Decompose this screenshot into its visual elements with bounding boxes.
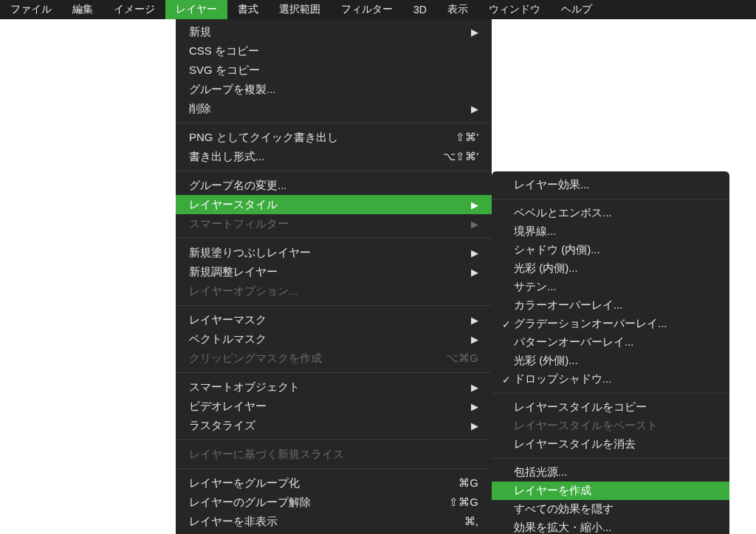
menuitem-global-light[interactable]: 包括光源... <box>492 463 729 482</box>
menu-file[interactable]: ファイル <box>0 0 62 19</box>
menuitem-copy-layer-style[interactable]: レイヤースタイルをコピー <box>492 398 729 417</box>
menuitem-export-as[interactable]: 書き出し形式... ⌥⇧⌘' <box>176 147 492 166</box>
separator <box>492 393 729 394</box>
menuitem-label: 書き出し形式... <box>189 150 431 164</box>
menuitem-label: CSS をコピー <box>189 44 478 58</box>
menu-select[interactable]: 選択範囲 <box>269 0 331 19</box>
separator <box>176 372 492 373</box>
menuitem-gradient-overlay[interactable]: ✓ グラデーションオーバーレイ... <box>492 315 729 333</box>
submenu-arrow-icon: ▶ <box>471 420 478 431</box>
menuitem-hide-layers[interactable]: レイヤーを非表示 ⌘, <box>176 512 492 531</box>
menuitem-label: レイヤーを作成 <box>514 484 716 498</box>
menuitem-new-slice-from-layer: レイヤーに基づく新規スライス <box>176 445 492 464</box>
submenu-arrow-icon: ▶ <box>471 401 478 412</box>
menuitem-label: ベベルとエンボス... <box>514 206 716 220</box>
menuitem-bevel-emboss[interactable]: ベベルとエンボス... <box>492 204 729 222</box>
menu-type[interactable]: 書式 <box>227 0 269 19</box>
menuitem-color-overlay[interactable]: カラーオーバーレイ... <box>492 296 729 315</box>
shortcut: ⇧⌘' <box>456 131 478 144</box>
menuitem-label: 光彩 (外側)... <box>514 354 716 368</box>
menuitem-delete[interactable]: 削除 ▶ <box>176 99 492 118</box>
menuitem-label: ドロップシャドウ... <box>514 372 716 386</box>
menuitem-hide-all-effects[interactable]: すべての効果を隠す <box>492 500 729 518</box>
separator <box>176 305 492 306</box>
menuitem-label: レイヤーを非表示 <box>189 515 453 529</box>
separator <box>176 171 492 171</box>
menuitem-outer-glow[interactable]: 光彩 (外側)... <box>492 352 729 370</box>
shortcut: ⌥⇧⌘' <box>443 150 478 163</box>
submenu-arrow-icon: ▶ <box>471 103 478 114</box>
menuitem-stroke[interactable]: 境界線... <box>492 222 729 241</box>
menu-edit[interactable]: 編集 <box>62 0 103 19</box>
menuitem-label: レイヤーをグループ化 <box>189 476 447 490</box>
menuitem-label: 新規調整レイヤー <box>189 265 478 279</box>
menu-image[interactable]: イメージ <box>103 0 165 19</box>
menuitem-rename-group[interactable]: グループ名の変更... <box>176 176 492 195</box>
menuitem-create-clipping-mask: クリッピングマスクを作成 ⌥⌘G <box>176 349 492 368</box>
menuitem-label: ラスタライズ <box>189 419 478 433</box>
menuitem-layer-mask[interactable]: レイヤーマスク ▶ <box>176 310 492 329</box>
menuitem-label: クリッピングマスクを作成 <box>189 352 434 366</box>
menuitem-new[interactable]: 新規 ▶ <box>176 22 492 41</box>
submenu-arrow-icon: ▶ <box>471 267 478 278</box>
menuitem-label: レイヤーのグループ解除 <box>189 496 437 510</box>
menuitem-label: グラデーションオーバーレイ... <box>514 317 716 331</box>
separator <box>176 238 492 239</box>
menuitem-inner-shadow[interactable]: シャドウ (内側)... <box>492 241 729 259</box>
menuitem-vector-mask[interactable]: ベクトルマスク ▶ <box>176 329 492 349</box>
menu-label: 表示 <box>447 3 468 16</box>
menuitem-clear-layer-style[interactable]: レイヤースタイルを消去 <box>492 435 729 453</box>
menuitem-label: 新規 <box>189 25 478 39</box>
menuitem-drop-shadow[interactable]: ✓ ドロップシャドウ... <box>492 370 729 388</box>
submenu-arrow-icon: ▶ <box>471 315 478 326</box>
menuitem-label: グループを複製... <box>189 83 478 97</box>
menuitem-label: 削除 <box>189 102 478 116</box>
menuitem-inner-glow[interactable]: 光彩 (内側)... <box>492 259 729 278</box>
menuitem-rasterize[interactable]: ラスタライズ ▶ <box>176 416 492 435</box>
menu-help[interactable]: ヘルプ <box>551 0 602 19</box>
submenu-arrow-icon: ▶ <box>471 247 478 259</box>
menu-view[interactable]: 表示 <box>437 0 478 19</box>
menu-window[interactable]: ウィンドウ <box>478 0 551 19</box>
menuitem-copy-svg[interactable]: SVG をコピー <box>176 61 492 80</box>
menuitem-create-layer[interactable]: レイヤーを作成 <box>492 482 729 500</box>
menuitem-group-layers[interactable]: レイヤーをグループ化 ⌘G <box>176 473 492 493</box>
menuitem-duplicate-group[interactable]: グループを複製... <box>176 80 492 99</box>
menuitem-ungroup-layers[interactable]: レイヤーのグループ解除 ⇧⌘G <box>176 493 492 512</box>
layer-style-submenu: レイヤー効果... ベベルとエンボス... 境界線... シャドウ (内側)..… <box>492 171 729 534</box>
menuitem-quick-export-png[interactable]: PNG としてクイック書き出し ⇧⌘' <box>176 128 492 147</box>
menu-3d[interactable]: 3D <box>403 0 437 19</box>
menuitem-layer-style[interactable]: レイヤースタイル ▶ <box>176 195 492 214</box>
check-icon: ✓ <box>499 318 514 330</box>
shortcut: ⌘, <box>464 515 478 528</box>
separator <box>176 468 492 469</box>
separator <box>176 123 492 123</box>
menuitem-paste-layer-style: レイヤースタイルをペースト <box>492 417 729 435</box>
menuitem-label: レイヤーマスク <box>189 313 478 327</box>
menuitem-new-adjust-layer[interactable]: 新規調整レイヤー ▶ <box>176 262 492 281</box>
menu-label: 選択範囲 <box>279 3 320 16</box>
menuitem-label: レイヤースタイルを消去 <box>514 437 716 451</box>
menu-layer[interactable]: レイヤー <box>165 0 227 19</box>
menu-label: 編集 <box>72 3 93 16</box>
menuitem-satin[interactable]: サテン... <box>492 278 729 296</box>
menuitem-label: グループ名の変更... <box>189 179 478 193</box>
menuitem-layer-effects[interactable]: レイヤー効果... <box>492 176 729 194</box>
menuitem-label: 光彩 (内側)... <box>514 261 716 275</box>
menuitem-pattern-overlay[interactable]: パターンオーバーレイ... <box>492 333 729 352</box>
menuitem-scale-effects[interactable]: 効果を拡大・縮小... <box>492 518 729 534</box>
menuitem-label: 効果を拡大・縮小... <box>514 521 716 534</box>
menuitem-copy-css[interactable]: CSS をコピー <box>176 41 492 61</box>
menu-label: イメージ <box>114 3 155 16</box>
menuitem-smart-objects[interactable]: スマートオブジェクト ▶ <box>176 377 492 397</box>
menu-filter[interactable]: フィルター <box>331 0 403 19</box>
shortcut: ⌘G <box>458 476 478 490</box>
menuitem-label: スマートオブジェクト <box>189 380 478 394</box>
shortcut: ⌥⌘G <box>446 352 478 365</box>
menuitem-new-fill-layer[interactable]: 新規塗りつぶしレイヤー ▶ <box>176 243 492 262</box>
menu-label: ヘルプ <box>561 3 592 16</box>
layer-dropdown: 新規 ▶ CSS をコピー SVG をコピー グループを複製... 削除 ▶ P… <box>176 19 492 534</box>
menuitem-label: レイヤー効果... <box>514 178 716 192</box>
menu-label: 3D <box>413 4 427 16</box>
menuitem-video-layers[interactable]: ビデオレイヤー ▶ <box>176 397 492 416</box>
